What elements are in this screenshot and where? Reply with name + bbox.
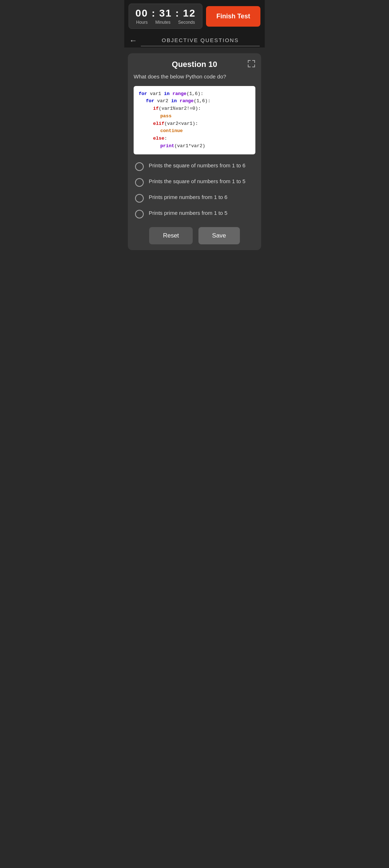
hours-label: Hours xyxy=(136,20,148,25)
section-title-wrap: OBJECTIVE QUESTIONS xyxy=(141,37,260,46)
question-header: Question 10 xyxy=(134,60,255,69)
question-title: Question 10 xyxy=(172,60,217,69)
radio-c[interactable] xyxy=(135,194,144,203)
options-list: Prints the square of numbers from 1 to 6… xyxy=(134,162,255,218)
option-item-a[interactable]: Prints the square of numbers from 1 to 6 xyxy=(135,162,254,171)
timer-colon2: : xyxy=(175,8,183,19)
expand-icon[interactable] xyxy=(247,60,255,69)
timer-minutes: 31 xyxy=(159,8,172,19)
option-text-b: Prints the square of numbers from 1 to 5 xyxy=(149,177,245,186)
timer-colon1: : xyxy=(152,8,159,19)
nav-bar: ← OBJECTIVE QUESTIONS xyxy=(124,32,265,48)
reset-button[interactable]: Reset xyxy=(149,227,192,244)
option-text-c: Prints prime numbers from 1 to 6 xyxy=(149,193,227,202)
option-text-d: Prints prime numbers from 1 to 5 xyxy=(149,209,227,217)
timer-labels: Hours Minutes Seconds xyxy=(135,20,196,25)
back-arrow-icon[interactable]: ← xyxy=(129,36,137,45)
save-button[interactable]: Save xyxy=(198,227,240,244)
card-footer: Reset Save xyxy=(134,227,255,244)
radio-b[interactable] xyxy=(135,178,144,187)
seconds-label: Seconds xyxy=(178,20,195,25)
code-block: for var1 in range(1,6): for var2 in rang… xyxy=(134,86,255,154)
timer-seconds: 12 xyxy=(183,8,196,19)
question-card: Question 10 What does the below Python c… xyxy=(128,53,261,250)
option-item-b[interactable]: Prints the square of numbers from 1 to 5 xyxy=(135,177,254,187)
radio-a[interactable] xyxy=(135,162,144,171)
main-content: Question 10 What does the below Python c… xyxy=(124,48,265,256)
radio-d[interactable] xyxy=(135,210,144,218)
finish-test-button[interactable]: Finish Test xyxy=(206,6,260,27)
top-bar: 00 : 31 : 12 Hours Minutes Seconds Finis… xyxy=(124,0,265,32)
option-text-a: Prints the square of numbers from 1 to 6 xyxy=(149,162,245,170)
question-text: What does the below Python code do? xyxy=(134,73,255,81)
timer-hours: 00 xyxy=(135,8,148,19)
section-title: OBJECTIVE QUESTIONS xyxy=(162,37,239,43)
timer-digits: 00 : 31 : 12 xyxy=(135,8,196,19)
minutes-label: Minutes xyxy=(155,20,170,25)
option-item-d[interactable]: Prints prime numbers from 1 to 5 xyxy=(135,209,254,218)
timer-box: 00 : 31 : 12 Hours Minutes Seconds xyxy=(129,4,202,29)
option-item-c[interactable]: Prints prime numbers from 1 to 6 xyxy=(135,193,254,203)
